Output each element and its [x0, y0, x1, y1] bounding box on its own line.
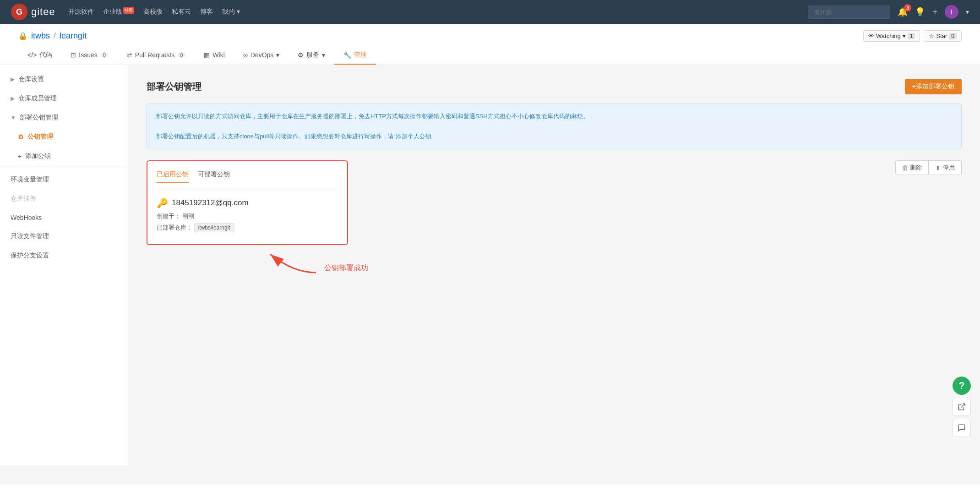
sidebar-item-readonly-files[interactable]: 只读文件管理 — [0, 227, 128, 246]
issues-badge: 0 — [100, 52, 109, 58]
key-tab-bar: 已启用公钥 可部署公钥 — [157, 170, 338, 188]
help-button[interactable]: ? — [953, 377, 971, 395]
arrow-right-icon: ▶ — [11, 95, 15, 102]
nav-links: 开源软件 企业版特惠 高校版 私有云 博客 我的 ▾ — [68, 8, 240, 16]
code-icon: </> — [27, 51, 37, 59]
watch-count: 1 — [908, 33, 915, 39]
repo-owner-link[interactable]: itwbs — [31, 31, 50, 41]
sidebar: ▶ 仓库设置 ▶ 仓库成员管理 ▼ 部署公钥管理 ⚙ 公钥管理 + 添加公钥 环… — [0, 65, 128, 465]
add-deploy-key-button[interactable]: +添加部署公钥 — [905, 79, 962, 94]
watch-button[interactable]: 👁 Watching ▾ 1 — [863, 30, 920, 42]
bulb-icon[interactable]: 💡 — [915, 7, 925, 17]
key-deployed-label: 已部署仓库： — [157, 224, 192, 231]
services-icon: ⚙ — [298, 51, 304, 59]
trash-icon: 🗑 — [902, 164, 908, 171]
info-text-2: 部署公钥配置后的机器，只支持clone与pull等只读操作。如果您想要对仓库进行… — [156, 131, 952, 142]
nav-item-blog[interactable]: 博客 — [200, 8, 213, 16]
annotation-area: 公钥部署成功 — [147, 250, 962, 279]
tab-deployable-keys[interactable]: 可部署公钥 — [198, 170, 230, 183]
watch-label: Watching — [876, 33, 901, 39]
star-count: 0 — [949, 33, 957, 39]
nav-item-enterprise[interactable]: 企业版特惠 — [103, 8, 134, 16]
tab-devops[interactable]: ∞ DevOps ▾ — [234, 46, 289, 65]
nav-item-opensource[interactable]: 开源软件 — [68, 8, 94, 16]
sidebar-item-members[interactable]: ▶ 仓库成员管理 — [0, 89, 128, 108]
info-text-1: 部署公钥允许以只读的方式访问仓库，主要用于仓库在生产服务器的部署上，免去HTTP… — [156, 111, 952, 121]
key-repo-tag: itwbs/learngit — [194, 223, 234, 232]
tab-wiki[interactable]: ▦ Wiki — [195, 46, 234, 65]
sidebar-item-webhooks[interactable]: WebHooks — [0, 208, 128, 227]
info-box: 部署公钥允许以只读的方式访问仓库，主要用于仓库在生产服务器的部署上，免去HTTP… — [147, 104, 962, 149]
sidebar-divider — [0, 168, 128, 168]
arrow-down-icon: ▼ — [11, 115, 16, 121]
gear-icon: ⚙ — [18, 133, 24, 141]
star-label: Star — [936, 33, 947, 39]
repo-actions: 👁 Watching ▾ 1 ☆ Star 0 — [863, 30, 962, 42]
repo-tabs: </> 代码 ⊡ Issues 0 ⇄ Pull Requests 0 ▦ Wi… — [18, 46, 962, 65]
red-arrow-svg — [266, 250, 321, 277]
arrow-annotation: 公钥部署成功 — [266, 250, 962, 279]
key-card: 已启用公钥 可部署公钥 🔑 1845192312@qq.com 创建于： 刚刚 … — [147, 160, 348, 245]
repo-title: 🔒 itwbs / learngit — [18, 31, 87, 41]
tab-manage[interactable]: 🔧 管理 — [334, 46, 376, 65]
issues-icon: ⊡ — [71, 51, 76, 59]
sidebar-item-deploy-keys[interactable]: ▼ 部署公钥管理 — [0, 108, 128, 127]
repo-name-link[interactable]: learngit — [60, 31, 87, 41]
key-icon: 🔑 — [157, 197, 168, 208]
navbar: G gitee 开源软件 企业版特惠 高校版 私有云 博客 我的 ▾ 🔔 3 💡… — [0, 0, 980, 24]
tab-services[interactable]: ⚙ 服务 ▾ — [289, 46, 334, 65]
notification-badge: 3 — [904, 4, 911, 11]
logo[interactable]: G gitee — [11, 4, 55, 20]
red-arrow-container — [266, 250, 321, 279]
pr-badge: 0 — [177, 52, 185, 58]
tab-pullrequests[interactable]: ⇄ Pull Requests 0 — [118, 46, 195, 65]
notification-icon[interactable]: 🔔 3 — [898, 7, 908, 17]
plus-icon[interactable]: + — [932, 7, 937, 17]
sidebar-item-repo-widget: 仓库挂件 — [0, 189, 128, 208]
key-created-value: 刚刚 — [182, 213, 194, 219]
repo-slash: / — [54, 31, 56, 41]
key-actions: 🗑 删除 ⏸ 停用 — [895, 160, 962, 175]
avatar-dropdown-icon[interactable]: ▾ — [966, 8, 969, 16]
wiki-icon: ▦ — [204, 51, 210, 59]
external-link-button[interactable] — [953, 398, 971, 416]
annotation-text: 公钥部署成功 — [324, 263, 368, 273]
key-created-label: 创建于： — [157, 213, 180, 219]
nav-item-university[interactable]: 高校版 — [143, 8, 163, 16]
sidebar-item-protected-branches[interactable]: 保护分支设置 — [0, 246, 128, 265]
chat-button[interactable] — [953, 419, 971, 437]
key-email-value: 1845192312@qq.com — [172, 198, 249, 208]
tab-issues[interactable]: ⊡ Issues 0 — [61, 46, 118, 65]
key-section: 已启用公钥 可部署公钥 🔑 1845192312@qq.com 创建于： 刚刚 … — [147, 160, 962, 245]
delete-button[interactable]: 🗑 删除 — [895, 160, 929, 175]
navbar-right: 🔔 3 💡 + I ▾ — [808, 5, 969, 19]
eye-icon: 👁 — [868, 33, 874, 39]
watch-dropdown-icon[interactable]: ▾ — [903, 33, 906, 39]
logo-icon: G — [11, 4, 27, 20]
tab-code[interactable]: </> 代码 — [18, 46, 61, 65]
page-title-row: 部署公钥管理 +添加部署公钥 — [147, 79, 962, 94]
main-layout: ▶ 仓库设置 ▶ 仓库成员管理 ▼ 部署公钥管理 ⚙ 公钥管理 + 添加公钥 环… — [0, 65, 980, 465]
pause-button[interactable]: ⏸ 停用 — [929, 160, 962, 175]
star-icon: ☆ — [929, 33, 934, 39]
key-created-meta: 创建于： 刚刚 — [157, 212, 338, 220]
nav-item-mine[interactable]: 我的 ▾ — [222, 8, 240, 16]
logo-text: gitee — [31, 6, 55, 18]
pause-icon: ⏸ — [935, 164, 941, 171]
sidebar-item-key-manage[interactable]: ⚙ 公钥管理 — [0, 127, 128, 147]
lock-icon: 🔒 — [18, 32, 27, 40]
sidebar-item-env-vars[interactable]: 环境变量管理 — [0, 170, 128, 189]
content-area: 部署公钥管理 +添加部署公钥 部署公钥允许以只读的方式访问仓库，主要用于仓库在生… — [128, 65, 980, 465]
nav-item-private[interactable]: 私有云 — [172, 8, 191, 16]
search-input[interactable] — [808, 5, 890, 19]
float-buttons: ? — [953, 377, 971, 437]
sidebar-item-add-key[interactable]: + 添加公钥 — [0, 147, 128, 166]
enterprise-badge: 特惠 — [123, 7, 134, 14]
sidebar-item-repo-settings[interactable]: ▶ 仓库设置 — [0, 70, 128, 89]
page-title: 部署公钥管理 — [147, 81, 201, 93]
star-button[interactable]: ☆ Star 0 — [924, 30, 962, 42]
arrow-right-icon: ▶ — [11, 76, 15, 82]
key-deployed-meta: 已部署仓库： itwbs/learngit — [157, 223, 338, 232]
avatar[interactable]: I — [945, 5, 958, 19]
tab-enabled-keys[interactable]: 已启用公钥 — [157, 170, 189, 183]
